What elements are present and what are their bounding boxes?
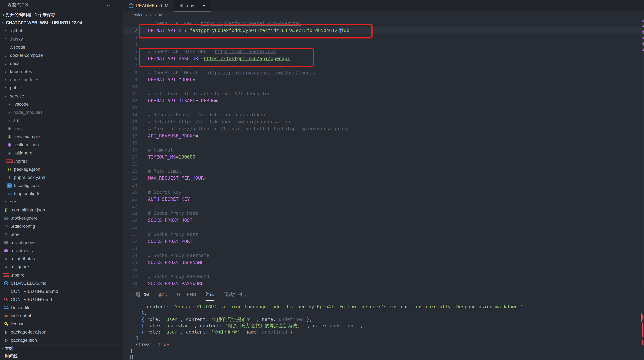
tree-item-node_modules[interactable]: ›node_modules: [0, 76, 123, 84]
tree-item-CONTRIBUTING.en.md[interactable]: ↓CONTRIBUTING.en.md: [0, 287, 123, 296]
editor-line-27[interactable]: 27: [123, 203, 644, 210]
breadcrumb-file[interactable]: .env: [154, 12, 162, 17]
tree-item-.eslintrc.cjs[interactable]: .eslintrc.cjs: [0, 247, 123, 255]
tree-item-.vscode[interactable]: ›.vscode: [0, 43, 123, 51]
tree-item-tsup.config.ts[interactable]: TStsup.config.ts: [0, 190, 123, 198]
tree-item-.npmrc[interactable]: npm.npmrc: [0, 271, 123, 279]
editor-line-8[interactable]: 8# OpenAI API Model - https://platform.o…: [123, 69, 644, 76]
editor-line-23[interactable]: 23MAX_REQUEST_PER_HOUR=: [123, 175, 644, 182]
tree-item-.commitlintrc.json[interactable]: {}.commitlintrc.json: [0, 206, 123, 214]
tree-item-package.json[interactable]: {}package.json: [0, 165, 123, 173]
tree-item-CONTRIBUTING.md[interactable]: CONTRIBUTING.md: [0, 296, 123, 304]
tree-item-node_modules[interactable]: ›node_modules: [0, 108, 123, 116]
tree-item-.eslintrc.json[interactable]: .eslintrc.json: [0, 141, 123, 149]
breadcrumb[interactable]: service › ⚙ .env: [123, 11, 644, 18]
panel-tab-输出[interactable]: 输出: [158, 288, 168, 301]
outline-section[interactable]: › 大纲: [0, 344, 123, 352]
editor-line-22[interactable]: 22# Rate Limit: [123, 168, 644, 175]
editor-line-12[interactable]: 12OPENAI_API_DISABLE_DEBUG=: [123, 97, 644, 104]
tree-item-.github[interactable]: ›.github: [0, 27, 123, 35]
panel-tab-调试控制台[interactable]: 调试控制台: [224, 288, 246, 301]
editor-line-37[interactable]: 37# Socks Proxy Password: [123, 273, 644, 280]
tree-item-Dockerfile[interactable]: Dockerfile: [0, 304, 123, 312]
editor-line-7[interactable]: 7: [123, 62, 644, 69]
editor-line-16[interactable]: 16# More: https://github.com/transitive-…: [123, 125, 644, 132]
editor-line-35[interactable]: 35SOCKS_PROXY_USERNAME=: [123, 259, 644, 266]
editor-line-17[interactable]: 17API_REVERSE_PROXY=: [123, 132, 644, 139]
breadcrumb-folder[interactable]: service: [130, 12, 144, 17]
tree-item-pnpm-lock.yaml[interactable]: !pnpm-lock.yaml: [0, 173, 123, 181]
editor-line-21[interactable]: 21: [123, 161, 644, 168]
editor-line-26[interactable]: 26AUTH_SECRET_KEY=: [123, 196, 644, 203]
minimap-mark: [642, 39, 644, 40]
more-actions-icon[interactable]: ···: [107, 0, 114, 10]
tree-item-.husky[interactable]: ›.husky: [0, 35, 123, 43]
panel-tab-GITLENS[interactable]: GITLENS: [177, 288, 196, 301]
editor-line-24[interactable]: 24: [123, 182, 644, 189]
editor-line-15[interactable]: 15# Default: https://ai.fakeopen.com/api…: [123, 118, 644, 125]
editor-line-13[interactable]: 13: [123, 104, 644, 111]
editor-line-38[interactable]: 38SOCKS_PROXY_PASSWORD=: [123, 280, 644, 287]
editor-line-4[interactable]: 4: [123, 41, 644, 48]
open-editors-section[interactable]: › 打开的编辑器 1 个未保存: [0, 10, 123, 19]
tab-READMEmd[interactable]: iREADME.mdM: [123, 0, 174, 11]
tree-item-kubernetes[interactable]: ›kubernetes: [0, 67, 123, 76]
tree-item-.npmrc[interactable]: npm.npmrc: [0, 157, 123, 165]
line-number: 24: [123, 182, 137, 189]
editor-line-1[interactable]: 1# OpenAI API Key - https://platform.ope…: [123, 20, 644, 27]
code-editor[interactable]: 1# OpenAI API Key - https://platform.ope…: [123, 18, 644, 288]
tree-item-.env[interactable]: ⚙.env: [0, 124, 123, 133]
minimap-mark: [642, 27, 644, 28]
timeline-section[interactable]: › 时间线: [0, 352, 123, 360]
editor-line-14[interactable]: 14# Reverse Proxy - Available on accessT…: [123, 111, 644, 118]
editor-line-34[interactable]: 34# Socks Proxy Username: [123, 252, 644, 259]
tree-item-tsconfig.json[interactable]: TStsconfig.json: [0, 181, 123, 190]
minimap[interactable]: [642, 18, 644, 288]
editor-line-2[interactable]: 2OPENAI_API_KEY=fastgpt-y6b3axfbdd5wyp01…: [123, 27, 644, 34]
project-root[interactable]: › CHATGPT-WEB [WSL: UBUNTU-22.04]: [0, 19, 123, 27]
tab-env[interactable]: ⚙.env●: [174, 0, 210, 11]
terminal[interactable]: content: "You are ChatGPT, a large langu…: [123, 301, 644, 360]
editor-line-32[interactable]: 32SOCKS_PROXY_PORT=: [123, 238, 644, 245]
editor-line-29[interactable]: 29SOCKS_PROXY_HOST=: [123, 217, 644, 224]
editor-line-18[interactable]: 18: [123, 139, 644, 146]
tree-item-src[interactable]: ›src: [0, 116, 123, 124]
tree-item-CHANGELOG.md[interactable]: CHANGELOG.md: [0, 279, 123, 287]
tree-item-package.json[interactable]: {}package.json: [0, 336, 123, 344]
tree-item-package-lock.json[interactable]: {}package-lock.json: [0, 328, 123, 336]
editor-line-36[interactable]: 36: [123, 266, 644, 273]
editor-line-19[interactable]: 19# timeout: [123, 146, 644, 154]
editor-line-25[interactable]: 25# Secret key: [123, 189, 644, 196]
tsbox-icon: TS: [7, 183, 12, 188]
tree-item-license[interactable]: license: [0, 320, 123, 328]
tree-item-docker-compose[interactable]: ›docker-compose: [0, 51, 123, 59]
tree-item-.gitignore[interactable]: ◆.gitignore: [0, 263, 123, 271]
panel-tab-问题[interactable]: 问题16: [131, 288, 149, 301]
editor-line-30[interactable]: 30: [123, 224, 644, 231]
editor-line-6[interactable]: 6OPENAI_API_BASE_URL=https://fastgpt.run…: [123, 55, 644, 62]
tree-item-.dockerignore[interactable]: .dockerignore: [0, 214, 123, 222]
tree-item-.gitignore[interactable]: ◆.gitignore: [0, 149, 123, 157]
editor-line-20[interactable]: 20TIMEOUT_MS=100000: [123, 154, 644, 161]
editor-line-11[interactable]: 11# set `true` to disable OpenAI API deb…: [123, 90, 644, 97]
tree-item-.gitattributes[interactable]: ◆.gitattributes: [0, 255, 123, 263]
tree-item-.env[interactable]: ⚙.env: [0, 230, 123, 238]
tree-item-.env.example[interactable]: $.env.example: [0, 133, 123, 141]
editor-line-31[interactable]: 31# Socks Proxy Port: [123, 231, 644, 238]
tree-item-.editorconfig[interactable]: ⚙.editorconfig: [0, 222, 123, 230]
editor-line-10[interactable]: 10: [123, 83, 644, 90]
editor-line-9[interactable]: 9OPENAI_API_MODEL=: [123, 76, 644, 83]
tree-item-public[interactable]: ›public: [0, 84, 123, 92]
unsaved-dot-icon[interactable]: ●: [203, 3, 205, 7]
tree-item-.vscode[interactable]: ›.vscode: [0, 100, 123, 108]
panel-tab-终端[interactable]: 终端: [206, 288, 214, 301]
tree-item-.eslintignore[interactable]: .eslintignore: [0, 238, 123, 247]
editor-line-5[interactable]: 5# OpenAI API Base URL - https://api.ope…: [123, 48, 644, 55]
editor-line-28[interactable]: 28# Socks Proxy Host: [123, 210, 644, 217]
tree-item-service[interactable]: ›service: [0, 92, 123, 100]
tree-item-index.html[interactable]: <>index.html: [0, 312, 123, 320]
tree-item-src[interactable]: ›src: [0, 198, 123, 206]
editor-line-33[interactable]: 33: [123, 245, 644, 252]
editor-line-3[interactable]: 3: [123, 34, 644, 41]
tree-item-docs[interactable]: ›docs: [0, 59, 123, 67]
